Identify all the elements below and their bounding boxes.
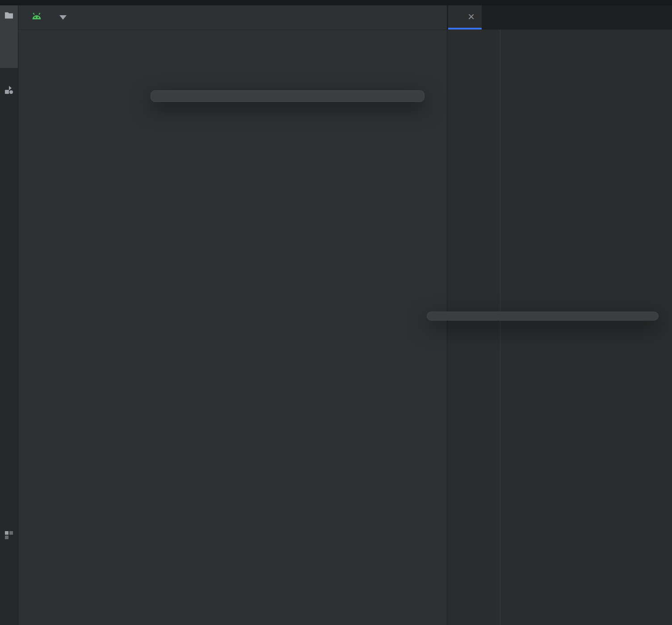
folder-icon — [4, 10, 14, 22]
active-tab-underline — [448, 28, 482, 30]
gutter-divider — [500, 30, 500, 625]
context-menu — [151, 90, 424, 102]
android-logo-icon — [30, 10, 43, 25]
refactor-submenu — [427, 312, 659, 321]
project-view-selector[interactable] — [30, 5, 67, 30]
stripe-tab-structure[interactable] — [0, 524, 18, 595]
structure-icon — [4, 529, 14, 542]
project-toolbar — [18, 5, 447, 30]
chevron-down-icon — [59, 15, 67, 20]
tool-window-stripe — [0, 0, 18, 625]
close-icon[interactable]: × — [468, 10, 475, 24]
editor-tab-sngineconfig[interactable]: × — [448, 5, 482, 28]
stripe-tab-project[interactable] — [0, 4, 18, 68]
editor-tab-bar: × — [447, 5, 672, 30]
stripe-tab-bookmarks[interactable] — [0, 600, 18, 625]
window-title-strip — [0, 0, 672, 5]
resource-manager-icon — [4, 85, 14, 97]
stripe-tab-resource-manager[interactable] — [0, 80, 18, 187]
